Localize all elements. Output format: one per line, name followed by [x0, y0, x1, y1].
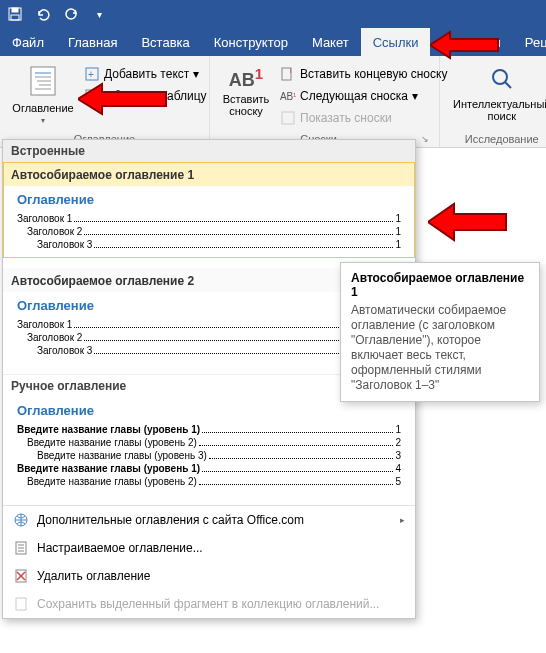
tooltip-title: Автособираемое оглавление 1: [351, 271, 529, 299]
insert-footnote-button[interactable]: AB1 Вставить сноску: [218, 60, 274, 133]
footnote-icon: AB1: [229, 65, 263, 91]
tooltip-body: Автоматически собираемое оглавление (с з…: [351, 303, 529, 393]
save-icon[interactable]: [6, 5, 24, 23]
globe-icon: [13, 512, 29, 528]
dialog-launcher-icon[interactable]: ↘: [419, 134, 431, 144]
add-text-button[interactable]: + Добавить текст ▾: [82, 64, 209, 84]
annotation-arrow: [78, 82, 168, 119]
menu-label: Дополнительные оглавления с сайта Office…: [37, 513, 304, 527]
gallery-menu: Дополнительные оглавления с сайта Office…: [3, 505, 415, 618]
svg-line-17: [505, 82, 511, 88]
menu-label: Настраиваемое оглавление...: [37, 541, 203, 555]
remove-icon: [13, 568, 29, 584]
ribbon-group-footnotes: AB1 Вставить сноску i Вставить концевую …: [210, 56, 440, 147]
menu-remove-toc[interactable]: Удалить оглавление: [3, 562, 415, 590]
smart-lookup-button[interactable]: Интеллектуальный поиск: [448, 60, 546, 133]
save-selection-icon: [13, 596, 29, 612]
svg-rect-26: [16, 598, 26, 610]
insert-endnote-button[interactable]: i Вставить концевую сноску: [278, 64, 449, 84]
menu-save-selection: Сохранить выделенный фрагмент в коллекци…: [3, 590, 415, 618]
gallery-preview: Оглавление Заголовок 11 Заголовок 21 Заг…: [11, 186, 407, 258]
svg-text:i: i: [290, 67, 292, 74]
chevron-down-icon: ▾: [412, 89, 418, 103]
add-text-icon: +: [84, 66, 100, 82]
svg-marker-27: [430, 32, 498, 58]
svg-rect-15: [282, 112, 294, 124]
ribbon-group-caption: Исследование: [448, 133, 546, 145]
show-footnotes-icon: [280, 110, 296, 126]
gallery-option-manual[interactable]: Оглавление Введите название главы (урове…: [3, 397, 415, 495]
gallery-option-auto1[interactable]: Автособираемое оглавление 1 Оглавление З…: [3, 162, 415, 258]
menu-custom-toc[interactable]: Настраиваемое оглавление...: [3, 534, 415, 562]
tab-insert[interactable]: Вставка: [129, 28, 201, 56]
gallery-section-builtin: Встроенные: [3, 140, 415, 162]
quick-access-toolbar: ▾: [0, 0, 546, 28]
tab-review[interactable]: Реце: [513, 28, 546, 56]
ribbon-group-research: Интеллектуальный поиск Исследование: [440, 56, 546, 147]
show-footnotes-label: Показать сноски: [300, 111, 392, 125]
next-footnote-label: Следующая сноска: [300, 89, 408, 103]
preview-heading: Оглавление: [17, 403, 401, 418]
svg-rect-1: [12, 8, 18, 12]
tab-design[interactable]: Конструктор: [202, 28, 300, 56]
next-footnote-icon: AB¹: [280, 88, 296, 104]
tab-layout[interactable]: Макет: [300, 28, 361, 56]
svg-marker-28: [78, 84, 166, 114]
customize-qat-icon[interactable]: ▾: [90, 5, 108, 23]
tab-references[interactable]: Ссылки: [361, 28, 431, 56]
annotation-arrow: [428, 202, 508, 245]
preview-heading: Оглавление: [17, 192, 401, 207]
chevron-down-icon: ▾: [193, 67, 199, 81]
magnifier-icon: [488, 65, 516, 96]
menu-label: Удалить оглавление: [37, 569, 150, 583]
svg-marker-29: [428, 204, 506, 240]
svg-text:+: +: [88, 69, 94, 80]
add-text-label: Добавить текст: [104, 67, 189, 81]
annotation-arrow: [430, 30, 500, 63]
svg-rect-2: [11, 15, 19, 20]
chevron-down-icon: ▾: [41, 116, 45, 125]
toc-button[interactable]: Оглавление ▾: [8, 60, 78, 133]
redo-icon[interactable]: [62, 5, 80, 23]
tab-file[interactable]: Файл: [0, 28, 56, 56]
menu-label: Сохранить выделенный фрагмент в коллекци…: [37, 597, 379, 611]
insert-footnote-label: Вставить сноску: [223, 93, 270, 117]
next-footnote-button[interactable]: AB¹ Следующая сноска ▾: [278, 86, 449, 106]
insert-endnote-label: Вставить концевую сноску: [300, 67, 447, 81]
chevron-right-icon: ▸: [400, 515, 405, 525]
tooltip: Автособираемое оглавление 1 Автоматическ…: [340, 262, 540, 402]
show-footnotes-button: Показать сноски: [278, 108, 449, 128]
gallery-preview: Оглавление Введите название главы (урове…: [11, 397, 407, 495]
toc-icon: [27, 65, 59, 100]
document-icon: [13, 540, 29, 556]
gallery-option-title: Автособираемое оглавление 1: [3, 162, 415, 186]
tab-home[interactable]: Главная: [56, 28, 129, 56]
menu-more-online[interactable]: Дополнительные оглавления с сайта Office…: [3, 506, 415, 534]
endnote-icon: i: [280, 66, 296, 82]
toc-button-label: Оглавление: [12, 102, 73, 114]
smart-lookup-label: Интеллектуальный поиск: [453, 98, 546, 122]
undo-icon[interactable]: [34, 5, 52, 23]
svg-point-16: [493, 70, 507, 84]
